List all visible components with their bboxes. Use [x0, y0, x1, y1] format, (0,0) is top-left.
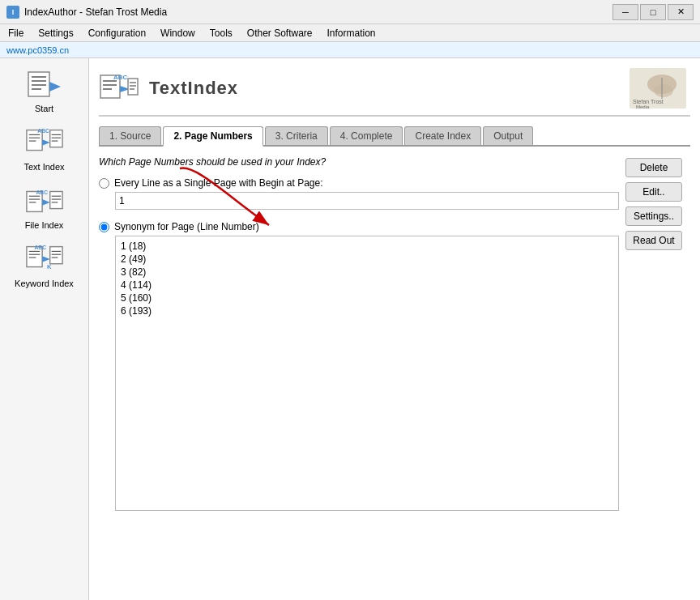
menu-configuration[interactable]: Configuration	[82, 26, 152, 40]
start-label: Start	[35, 104, 53, 113]
question-text: Which Page Numbers should be used in you…	[99, 156, 619, 168]
radio-synonym[interactable]: Synonym for Page (Line Number)	[99, 221, 619, 232]
header-icon: ABC	[99, 72, 139, 104]
menu-tools[interactable]: Tools	[203, 26, 239, 40]
start-icon	[25, 68, 64, 100]
list-item[interactable]: 3 (82)	[119, 266, 615, 279]
menu-settings[interactable]: Settings	[32, 26, 79, 40]
sidebar-item-keyword-index[interactable]: ABC K Keyword Index	[3, 240, 85, 291]
keyword-index-icon: ABC K	[25, 243, 64, 275]
svg-text:Stefan Trost: Stefan Trost	[633, 99, 664, 104]
svg-text:ABC: ABC	[36, 189, 48, 195]
radio-synonym-container: Synonym for Page (Line Number)	[99, 221, 619, 511]
keyword-index-label: Keyword Index	[15, 279, 74, 288]
read-out-button[interactable]: Read Out	[625, 231, 682, 250]
tab-criteria[interactable]: 3. Criteria	[265, 126, 328, 145]
radio-single-input[interactable]	[99, 178, 109, 189]
tab-create-index[interactable]: Create Index	[404, 126, 481, 145]
svg-text:ABC: ABC	[34, 245, 46, 250]
svg-rect-43	[128, 79, 138, 95]
list-item[interactable]: 4 (114)	[119, 279, 615, 291]
sidebar-item-text-index[interactable]: ABC Text Index	[3, 123, 85, 175]
tab-output[interactable]: Output	[483, 126, 533, 145]
menu-bar: File Settings Configuration Window Tools…	[0, 24, 700, 42]
begin-page-input[interactable]	[115, 192, 619, 210]
svg-text:Media: Media	[636, 104, 650, 109]
svg-text:ABC: ABC	[37, 128, 49, 134]
svg-rect-0	[28, 72, 49, 96]
tab-complete[interactable]: 4. Complete	[330, 126, 403, 145]
sidebar-item-file-index[interactable]: ABC File Index	[3, 181, 85, 233]
tab-page-numbers[interactable]: 2. Page Numbers	[163, 126, 262, 147]
content-header: ABC TextIndex Stefan Trost Media	[99, 68, 690, 117]
svg-marker-21	[42, 199, 50, 206]
list-item[interactable]: 6 (193)	[119, 304, 615, 317]
form-right-buttons: Delete Edit.. Settings.. Read Out	[625, 156, 690, 590]
radio-single-page-container: Every Line as a Single Page with Begin a…	[99, 177, 619, 213]
text-index-label: Text Index	[23, 162, 64, 172]
header-title: TextIndex	[149, 78, 238, 99]
title-bar: I IndexAuthor - Stefan Trost Media ─ □ ✕	[0, 0, 700, 24]
text-index-icon: ABC	[25, 126, 64, 159]
radio-synonym-label: Synonym for Page (Line Number)	[114, 221, 259, 232]
menu-file[interactable]: File	[2, 26, 30, 40]
menu-other-software[interactable]: Other Software	[241, 26, 319, 40]
svg-marker-5	[49, 82, 61, 91]
minimize-button[interactable]: ─	[612, 4, 638, 20]
svg-marker-31	[42, 256, 50, 262]
svg-rect-12	[49, 130, 62, 147]
svg-text:K: K	[46, 263, 51, 270]
file-index-icon: ABC	[25, 185, 64, 217]
edit-button[interactable]: Edit..	[625, 182, 682, 202]
main-layout: Start ABC Text Index	[0, 58, 700, 600]
maximize-button[interactable]: □	[640, 4, 666, 20]
sidebar: Start ABC Text Index	[0, 58, 89, 600]
sidebar-item-start[interactable]: Start	[3, 65, 85, 117]
file-index-label: File Index	[25, 220, 64, 230]
form-left: Which Page Numbers should be used in you…	[99, 156, 619, 590]
delete-button[interactable]: Delete	[625, 158, 682, 177]
list-item[interactable]: 2 (49)	[119, 253, 615, 266]
svg-rect-22	[49, 191, 62, 208]
logo-butterfly: Stefan Trost Media	[625, 68, 690, 109]
radio-group: Every Line as a Single Page with Begin a…	[99, 177, 619, 511]
menu-window[interactable]: Window	[154, 26, 202, 40]
app-icon: I	[6, 6, 19, 19]
synonym-list-box[interactable]: 1 (18) 2 (49) 3 (82) 4 (114) 5 (160) 6 (…	[115, 236, 619, 511]
radio-single-page[interactable]: Every Line as a Single Page with Begin a…	[99, 177, 619, 189]
list-item[interactable]: 1 (18)	[119, 240, 615, 253]
menu-information[interactable]: Information	[321, 26, 382, 40]
watermark-text: www.pc0359.cn	[6, 45, 69, 55]
list-item[interactable]: 5 (160)	[119, 291, 615, 304]
tab-bar: 1. Source 2. Page Numbers 3. Criteria 4.…	[99, 126, 690, 147]
settings-button[interactable]: Settings..	[625, 206, 682, 226]
svg-point-49	[654, 84, 673, 97]
radio-synonym-input[interactable]	[99, 222, 109, 232]
svg-marker-11	[42, 139, 50, 146]
tab-source[interactable]: 1. Source	[99, 126, 161, 145]
form-section: Which Page Numbers should be used in you…	[99, 156, 690, 590]
watermark-bar: www.pc0359.cn	[0, 42, 700, 58]
svg-text:ABC: ABC	[113, 74, 128, 81]
radio-single-label: Every Line as a Single Page with Begin a…	[114, 177, 323, 189]
svg-rect-32	[49, 247, 62, 264]
content-area: ABC TextIndex Stefan Trost Media	[89, 58, 700, 600]
window-title: IndexAuthor - Stefan Trost Media	[24, 6, 612, 18]
window-controls: ─ □ ✕	[612, 4, 694, 20]
close-button[interactable]: ✕	[668, 4, 694, 20]
